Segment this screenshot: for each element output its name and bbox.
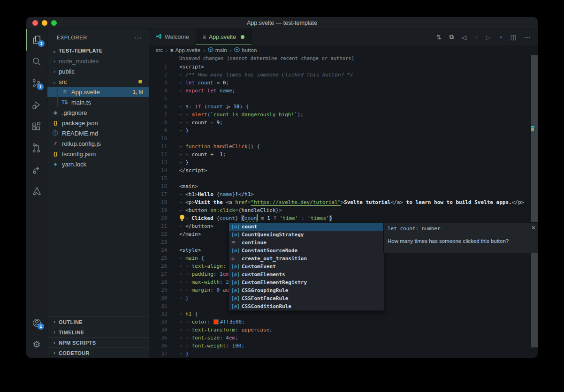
file-label: App.svelte <box>71 89 100 96</box>
activity-accounts-icon[interactable]: 1 <box>26 312 47 333</box>
code-line-10[interactable]: 10 <box>149 135 538 143</box>
panel-codetour[interactable]: ›CODETOUR <box>47 347 149 358</box>
activity-source-control-icon[interactable]: 1 <box>26 72 46 94</box>
code-line-9[interactable]: 9→ } <box>149 127 538 135</box>
file-label: yarn.lock <box>62 161 86 168</box>
line-number: 21 <box>149 222 167 230</box>
file-item-node-modules[interactable]: ›node_modules <box>47 56 149 66</box>
breadcrumb-item-button[interactable]: button <box>234 47 257 53</box>
line-number: 22 <box>149 230 167 238</box>
code-line-15[interactable]: 15 <box>149 174 538 182</box>
code-line-33[interactable]: 33→ → color: #ff3e00; <box>149 318 538 326</box>
suggestion-constantsourcenode[interactable]: [∅]ConstantSourceNode <box>229 247 384 255</box>
breadcrumb-item-app-svelte[interactable]: ≡App.svelte <box>170 47 200 53</box>
code-line-36[interactable]: 36→ → font-weight: 100; <box>149 342 538 350</box>
suggestion-cssfontfacerule[interactable]: [∅]CSSFontFaceRule <box>229 294 384 302</box>
nav-back-icon[interactable]: ◁ <box>462 34 466 41</box>
code-line-37[interactable]: 37→ } <box>149 350 538 358</box>
suggestion-cssgroupingrule[interactable]: [∅]CSSGroupingRule <box>229 286 384 294</box>
panel-outline[interactable]: ›OUTLINE <box>47 317 149 327</box>
suggestion-customevent[interactable]: [∅]CustomEvent <box>229 263 384 271</box>
problems-modified-badge: 1, M <box>133 89 143 95</box>
file-item-tsconfig-json[interactable]: {}tsconfig.json <box>47 149 149 159</box>
run-codetour-icon[interactable]: ◔ <box>499 34 503 41</box>
code-line-19[interactable]: 19→ <button on:click={handleClick}> <box>149 206 538 214</box>
suggestion-create_out_transition[interactable]: ◇create_out_transition <box>229 255 384 263</box>
activity-extensions-icon[interactable] <box>26 115 46 137</box>
file-label: main.ts <box>71 99 91 106</box>
code-line-11[interactable]: 11→ function handleClick() { <box>149 143 538 151</box>
code-line-18[interactable]: 18→ <p>Visit the <a href="https://svelte… <box>149 198 538 206</box>
file-label: README.md <box>62 130 98 137</box>
suggestion-count[interactable]: [∅]count <box>229 223 384 231</box>
code-content[interactable]: 1<script>2→ /** How many times has someo… <box>149 63 538 358</box>
panel-npm-scripts[interactable]: ›NPM SCRIPTS <box>47 337 149 347</box>
symbol-variable-icon: [∅] <box>231 248 242 253</box>
compare-changes-icon[interactable]: ⇅ <box>436 34 442 41</box>
code-line-14[interactable]: 14</script> <box>149 166 538 174</box>
file-item-package-json[interactable]: {}package.json <box>47 118 149 128</box>
nav-circle-icon[interactable]: ○ <box>474 34 478 41</box>
file-item-readme-md[interactable]: ⓘREADME.md <box>47 128 149 138</box>
close-icon[interactable]: ✕ <box>531 225 536 231</box>
file-item-public[interactable]: ›public <box>47 66 149 76</box>
code-line-34[interactable]: 34→ → text-transform: uppercase; <box>149 326 538 334</box>
line-number: 6 <box>149 103 167 111</box>
tab-app-svelte[interactable]: ≡App.svelte <box>196 29 252 45</box>
code-line-35[interactable]: 35→ → font-size: 4em; <box>149 334 538 342</box>
code-line-6[interactable]: 6→ $: if (count ⩾ 10) { <box>149 103 538 111</box>
more-actions-icon[interactable]: ⋯ <box>524 34 530 41</box>
line-number: 9 <box>149 127 167 135</box>
breadcrumb-item-src[interactable]: src <box>156 47 163 53</box>
editor-scrollbar[interactable] <box>531 55 538 347</box>
split-editor-icon[interactable]: ◫ <box>511 34 516 41</box>
file-item-app-svelte[interactable]: ≡App.svelte1, M <box>47 87 149 97</box>
open-preview-icon[interactable]: ⧉ <box>450 33 454 41</box>
activity-search-icon[interactable] <box>26 51 46 72</box>
code-line-12[interactable]: 12→ → count += 1; <box>149 151 538 158</box>
breadcrumb-separator: › <box>230 47 232 53</box>
code-line-20[interactable]: 20→ Clicked {count} {coun ≡ 1 ? 'time' :… <box>149 214 538 222</box>
workspace-root-folder[interactable]: ⌄ TEST-TEMPLATE <box>47 45 149 56</box>
file-item-src[interactable]: ⌄src <box>47 76 149 87</box>
title-bar[interactable]: App.svelte — test-template <box>26 17 538 29</box>
explorer-title: EXPLORER <box>57 35 87 40</box>
explorer-more-actions-button[interactable]: ··· <box>134 34 142 41</box>
code-line-13[interactable]: 13→ } <box>149 158 538 166</box>
code-line-32[interactable]: 32→ h1 { <box>149 310 538 318</box>
file-item-main-ts[interactable]: TSmain.ts <box>47 97 149 107</box>
suggestion-continue[interactable]: ☰continue <box>229 239 384 247</box>
breadcrumb-item-main[interactable]: main <box>208 47 227 53</box>
code-line-4[interactable]: 4→ export let name; <box>149 87 538 95</box>
lightbulb-icon[interactable] <box>179 215 185 221</box>
activity-settings-icon[interactable]: ⚙ <box>26 333 47 355</box>
code-line-1[interactable]: 1<script> <box>149 63 538 71</box>
code-line-3[interactable]: 3→ let count = 0; <box>149 79 538 87</box>
code-line-16[interactable]: 16<main> <box>149 182 538 190</box>
code-line-7[interactable]: 7→ → alert(`count is dangerously high!`)… <box>149 111 538 119</box>
tab-welcome[interactable]: Welcome <box>149 29 196 45</box>
file-item--gitignore[interactable]: ◈.gitignore <box>47 107 149 118</box>
activity-explorer-icon[interactable]: 1 <box>26 29 47 51</box>
activity-azure-icon[interactable] <box>26 180 46 202</box>
activity-github-pr-icon[interactable] <box>26 137 46 158</box>
code-line-5[interactable]: 5 <box>149 95 538 103</box>
code-line-2[interactable]: 2→ /** How many times has someone clicke… <box>149 71 538 79</box>
code-line-17[interactable]: 17→ <h1>Hello {name}!</h1> <box>149 190 538 198</box>
tab-bar: Welcome≡App.svelte ⇅⧉◁○▷◔◫⋯ <box>149 29 538 45</box>
codelens-unsaved-changes[interactable]: Unsaved changes (cannot determine recent… <box>179 55 354 63</box>
symbol-variable-icon: [∅] <box>231 296 242 301</box>
file-item-yarn-lock[interactable]: ●yarn.lock <box>47 159 149 169</box>
color-swatch[interactable] <box>214 320 218 324</box>
code-line-8[interactable]: 8→ → count = 9; <box>149 119 538 127</box>
symbol-variable-icon: [∅] <box>231 272 242 277</box>
nav-forward-icon[interactable]: ▷ <box>486 34 491 41</box>
panel-timeline[interactable]: ›TIMELINE <box>47 327 149 337</box>
suggestion-customelementregistry[interactable]: [∅]CustomElementRegistry <box>229 279 384 286</box>
suggestion-cssconditionrule[interactable]: [∅]CSSConditionRule <box>229 302 384 310</box>
file-item-rollup-config-js[interactable]: rrollup.config.js <box>47 138 149 149</box>
suggestion-countqueuingstrategy[interactable]: [∅]CountQueuingStrategy <box>229 231 384 239</box>
activity-run-debug-icon[interactable] <box>26 94 46 115</box>
activity-live-share-icon[interactable] <box>26 158 46 180</box>
suggestion-customelements[interactable]: [∅]customElements <box>229 271 384 279</box>
